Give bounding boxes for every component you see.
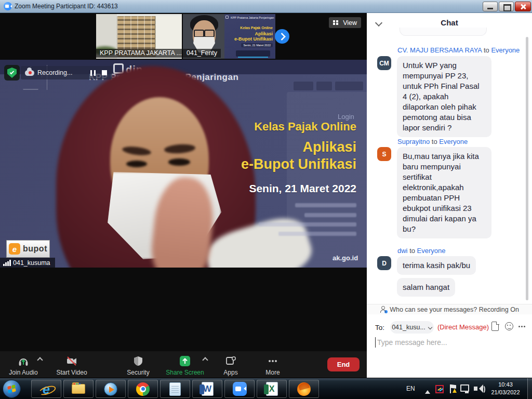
security-button[interactable]: Security <box>117 355 159 376</box>
active-speaker-video: djp KPP Pratama Jakarta Penjaringan Logi… <box>0 60 367 268</box>
maximize-button[interactable] <box>499 2 514 11</box>
folder-icon <box>72 384 85 394</box>
slide-faint-line <box>278 232 356 236</box>
taskbar-media-player[interactable] <box>96 380 126 398</box>
meeting-toolbar: Join Audio Start Video Security Share Sc… <box>0 351 367 378</box>
media-player-icon <box>104 382 117 396</box>
more-button[interactable]: More <box>252 355 294 376</box>
chat-more-icon[interactable] <box>518 326 520 327</box>
chrome-icon <box>136 382 150 396</box>
chat-message: terima kasih pak/bu <box>397 256 476 275</box>
headset-icon <box>18 355 29 367</box>
tray-app-icon[interactable] <box>435 385 444 393</box>
person-icon <box>380 306 387 313</box>
slide-faint-line <box>304 213 356 217</box>
taskbar-excel[interactable]: X <box>257 380 287 398</box>
taskbar-file-explorer[interactable] <box>63 380 94 398</box>
more-dots-icon <box>267 355 278 367</box>
zoom-icon <box>233 382 247 396</box>
language-indicator[interactable]: EN <box>406 385 415 392</box>
chat-message: Bu,mau tanya jika kita baru mempunyai se… <box>397 147 491 238</box>
audio-options-caret[interactable] <box>37 357 43 361</box>
video-filmstrip: KPP PRATAMA JAKARTA ... KPP Pratama Jaka… <box>0 13 367 60</box>
zoom-app-icon <box>4 2 12 10</box>
slide-title-3: e-Bupot Unifikasi <box>241 156 356 172</box>
avatar: D <box>377 256 391 270</box>
taskbar-chrome[interactable] <box>128 380 158 398</box>
encryption-shield-icon <box>4 65 20 81</box>
direct-message-label: (Direct Message) <box>437 323 489 331</box>
slide-date: Senin, 21 Maret 2022 <box>249 182 356 195</box>
view-button[interactable]: View <box>329 17 361 28</box>
start-button[interactable] <box>3 380 21 398</box>
apps-button[interactable]: Apps <box>210 355 251 376</box>
djp-mini-logo <box>225 16 230 19</box>
signal-bars-icon <box>3 260 10 266</box>
taskbar-zoom[interactable] <box>224 380 255 398</box>
slide-faint-line <box>295 203 356 207</box>
show-hidden-icons[interactable] <box>425 388 430 394</box>
network-icon[interactable] <box>460 384 469 392</box>
next-videos-button[interactable] <box>275 29 289 44</box>
share-screen-button[interactable]: Share Screen <box>164 355 206 376</box>
word-icon: W <box>202 382 214 396</box>
taskbar-clock[interactable]: 10:43 21/03/2022 <box>485 381 526 396</box>
laptop-illustration <box>236 50 270 57</box>
to-label: To: <box>375 324 384 331</box>
excel-icon: X <box>266 382 278 396</box>
message-sender-line: dwi to Everyone <box>397 247 446 255</box>
chat-scrollbar[interactable] <box>526 37 528 300</box>
avatar: CM <box>377 56 391 70</box>
avatar: S <box>377 147 391 161</box>
start-video-button[interactable]: Start Video <box>51 355 92 376</box>
taskbar-internet-explorer[interactable]: e <box>31 380 61 398</box>
taskbar-notepad[interactable] <box>160 380 190 398</box>
end-meeting-button[interactable]: End <box>327 357 360 371</box>
share-options-caret[interactable] <box>203 357 208 361</box>
recipient-dropdown[interactable]: 041_kusu... <box>390 321 434 334</box>
video-thumbnail-fenty[interactable]: KPP Pratama Jakarta Penjaringan Kelas Pa… <box>183 14 275 59</box>
window-title: Zoom Meeting Participant ID: 443613 <box>15 3 118 10</box>
message-input[interactable] <box>375 337 521 348</box>
emoji-icon[interactable] <box>505 322 513 330</box>
window-titlebar: Zoom Meeting Participant ID: 443613 <box>0 0 532 13</box>
message-sender-line: CV. MAJU BERSAMA RAYA to Everyone <box>397 46 520 54</box>
thumbnail-name: 041_Fenty <box>183 49 221 58</box>
camera-off-icon <box>66 355 77 367</box>
slide-title-1: Kelas Pajak Online <box>254 120 356 134</box>
glasses <box>194 30 215 36</box>
taskbar-word[interactable]: W <box>192 380 222 398</box>
mini-slide: KPP Pratama Jakarta Penjaringan Kelas Pa… <box>224 14 275 59</box>
chevron-down-icon <box>428 326 432 329</box>
thumbnail-name: KPP PRATAMA JAKARTA ... <box>96 49 182 58</box>
slide-url: ak.go.id <box>332 254 358 262</box>
chat-panel: Chat CV. MAJU BERSAMA RAYA to Everyone C… <box>367 13 532 378</box>
meeting-stage: KPP PRATAMA JAKARTA ... KPP Pratama Jaka… <box>0 13 367 378</box>
apps-icon <box>225 355 236 367</box>
chat-message: salam hangat <box>397 278 455 297</box>
file-attach-icon[interactable] <box>491 322 499 331</box>
windows-taskbar: e W X EN 10:43 21/03/2022 <box>0 378 532 399</box>
chat-message: Untuk WP yang mempunyai PP 23, untuk PPh… <box>397 56 491 137</box>
minimize-button[interactable] <box>483 2 498 11</box>
participant-nametag: 041_kusuma <box>0 258 55 268</box>
recording-indicator: Recording... <box>21 66 112 79</box>
windows-flag-icon <box>7 384 17 394</box>
action-center-flag-icon[interactable] <box>449 384 457 394</box>
notepad-icon <box>169 382 181 396</box>
show-desktop-button[interactable] <box>527 378 532 399</box>
firefox-icon <box>297 382 311 396</box>
stop-recording-button[interactable] <box>102 70 107 75</box>
message-sender-line: Suprayitno to Everyone <box>397 138 468 145</box>
ebupot-logo: e bupot <box>6 240 50 258</box>
share-screen-icon <box>179 355 191 367</box>
slide-faint-line <box>259 222 356 227</box>
volume-icon[interactable] <box>474 387 477 391</box>
video-thumbnail-kpp[interactable]: KPP PRATAMA JAKARTA ... <box>96 14 182 59</box>
cloud-recording-icon <box>25 70 34 76</box>
pause-recording-button[interactable] <box>90 70 96 76</box>
taskbar-firefox[interactable] <box>289 380 319 398</box>
chat-privacy-notice[interactable]: Who can see your messages? Recording On <box>367 304 532 314</box>
slide-title-2: Aplikasi <box>302 139 356 155</box>
close-button[interactable] <box>515 2 531 11</box>
